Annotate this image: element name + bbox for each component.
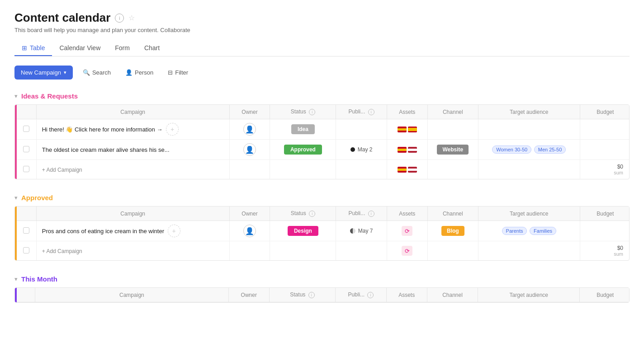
ideas-col-publi: Publi... i (336, 105, 387, 119)
filter-button[interactable]: ⊟ Filter (163, 66, 193, 79)
dropdown-arrow-icon: ▾ (64, 70, 66, 75)
thismonth-section-bar (15, 288, 17, 302)
ideas-row1-checkbox[interactable] (23, 126, 29, 132)
flag-spain2-icon (408, 127, 417, 132)
ideas-col-budget: Budget (580, 105, 630, 119)
approved-col-campaign: Campaign (36, 207, 229, 221)
approved-table-wrap: Campaign Owner Status i Publi... i Asset… (14, 206, 630, 261)
status-info-icon[interactable]: i (309, 109, 315, 115)
toolbar: New Campaign ▾ 🔍 Search 👤 Person ⊟ Filte… (14, 66, 630, 80)
thismonth-table: Campaign Owner Status i Publi... i Asset… (17, 288, 630, 302)
star-icon[interactable]: ☆ (128, 14, 135, 22)
thismonth-col-audience: Target audience (478, 288, 580, 302)
approved-add-checkbox[interactable] (23, 247, 29, 253)
section-approved: ▾ Approved Campaign Owner Status i Publi… (14, 194, 630, 261)
approved-add-row: + Add Campaign ⟳ $0 (17, 241, 630, 261)
approved-publi-info-icon[interactable]: i (368, 211, 374, 217)
person-icon: 👤 (125, 69, 133, 76)
approved-col-publi: Publi... i (336, 207, 387, 221)
thismonth-publi-info-icon[interactable]: i (367, 292, 374, 298)
thismonth-chevron-icon[interactable]: ▾ (14, 276, 18, 282)
tab-calendar[interactable]: Calendar View (52, 41, 108, 56)
ideas-col-channel: Channel (427, 105, 478, 119)
new-campaign-button[interactable]: New Campaign ▾ (14, 66, 73, 80)
table-icon: ⊞ (22, 44, 27, 52)
ideas-add-checkbox[interactable] (23, 166, 29, 172)
ideas-add-campaign-button[interactable]: + Add Campaign (42, 167, 82, 173)
approved-section-title: Approved (21, 194, 53, 202)
ideas-row1-assets (393, 127, 422, 132)
approved-section-bar (15, 207, 17, 260)
approved-row-1: Pros and cons of eating ice cream in the… (17, 221, 630, 241)
ideas-table: Campaign Owner Status i Publi... i Asset… (17, 105, 630, 179)
section-thismonth: ▾ This Month Campaign Owner Status i Pub… (14, 275, 630, 303)
flag-spain-icon (398, 127, 407, 132)
approved-row1-avatar: 👤 (243, 225, 256, 237)
page-title: Content calendar (14, 11, 110, 25)
thismonth-col-campaign: Campaign (35, 288, 229, 302)
ideas-chevron-icon[interactable]: ▾ (14, 93, 18, 99)
approved-table: Campaign Owner Status i Publi... i Asset… (17, 207, 630, 260)
ideas-row2-avatar: 👤 (243, 143, 256, 156)
section-ideas: ▾ Ideas & Requests Campaign Owner Status… (14, 92, 630, 179)
ideas-section-bar (15, 105, 17, 179)
ideas-row2-channel-badge: Website (437, 145, 469, 155)
search-button[interactable]: 🔍 Search (78, 66, 115, 79)
ideas-row1-campaign: Hi there! 👋 Click here for more informat… (36, 119, 229, 140)
approved-chevron-icon[interactable]: ▾ (14, 194, 18, 201)
approved-col-channel: Channel (427, 207, 478, 221)
ideas-row1-status-badge: Idea (291, 124, 315, 134)
approved-row1-checkbox[interactable] (23, 227, 29, 234)
ideas-col-check (17, 105, 36, 119)
approved-add-assets: ⟳ (393, 246, 422, 256)
ideas-col-status: Status i (270, 105, 336, 119)
page-header: Content calendar i ☆ This board will hel… (14, 11, 630, 33)
approved-framer-icon: ⟳ (402, 246, 412, 256)
date-dot-icon (350, 147, 355, 152)
ideas-row2-tag-men: Men 25-50 (534, 145, 566, 154)
half-moon-icon (350, 228, 355, 234)
framer-icon: ⟳ (402, 226, 412, 236)
approved-col-assets: Assets (387, 207, 427, 221)
ideas-col-assets: Assets (387, 105, 427, 119)
approved-row1-add-owner[interactable]: + (168, 225, 180, 237)
flag-add-es-icon (398, 167, 407, 173)
ideas-row2-tag-women: Women 30-50 (492, 145, 531, 154)
ideas-row1-add-owner[interactable]: + (166, 123, 179, 136)
thismonth-col-status: Status i (269, 288, 335, 302)
ideas-col-campaign: Campaign (36, 105, 229, 119)
ideas-row2-checkbox[interactable] (23, 146, 29, 152)
tab-chart[interactable]: Chart (137, 41, 167, 56)
ideas-section-title: Ideas & Requests (21, 92, 78, 100)
person-button[interactable]: 👤 Person (121, 66, 158, 79)
ideas-col-owner: Owner (229, 105, 270, 119)
tab-form[interactable]: Form (108, 41, 137, 56)
tabs-bar: ⊞ Table Calendar View Form Chart (14, 41, 630, 56)
approved-col-budget: Budget (580, 207, 630, 221)
search-icon: 🔍 (83, 69, 90, 76)
info-icon[interactable]: i (115, 14, 124, 23)
tab-table[interactable]: ⊞ Table (14, 41, 52, 56)
thismonth-col-channel: Channel (427, 288, 478, 302)
thismonth-col-check (17, 288, 35, 302)
publi-info-icon[interactable]: i (368, 109, 374, 115)
ideas-col-audience: Target audience (478, 105, 580, 119)
ideas-row2-publi: May 2 (341, 146, 381, 153)
ideas-row-2: The oldest ice cream maker alive shares … (17, 140, 630, 160)
approved-col-owner: Owner (229, 207, 270, 221)
flag-us-icon (408, 147, 417, 153)
page-subtitle: This board will help you manage and plan… (14, 27, 630, 33)
approved-col-audience: Target audience (478, 207, 580, 221)
approved-status-info-icon[interactable]: i (309, 211, 315, 217)
flag-add-us-icon (408, 167, 417, 173)
page-container: Content calendar i ☆ This board will hel… (0, 0, 644, 328)
approved-row1-assets: ⟳ (393, 226, 422, 236)
ideas-row2-status-badge: Approved (284, 145, 322, 155)
approved-col-check (17, 207, 36, 221)
approved-row1-tag-families: Families (530, 227, 556, 235)
thismonth-col-assets: Assets (386, 288, 427, 302)
approved-add-campaign-button[interactable]: + Add Campaign (42, 248, 82, 254)
ideas-add-assets (393, 167, 422, 173)
thismonth-status-info-icon[interactable]: i (308, 292, 315, 298)
ideas-row2-campaign: The oldest ice cream maker alive shares … (36, 140, 229, 160)
